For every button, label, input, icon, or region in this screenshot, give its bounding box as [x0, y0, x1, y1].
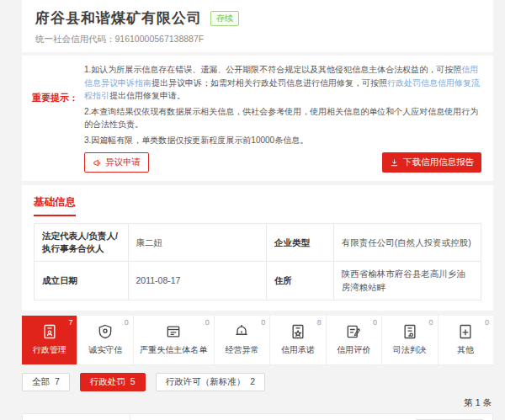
judgment-doc-icon — [401, 323, 418, 340]
field-label: 行政处罚决定书文号 — [23, 414, 130, 420]
notice-text: 1.如认为所展示信息存在错误、遗漏、公开期限不符合规定以及其他侵犯信息主体合法权… — [84, 65, 461, 74]
field-label: 企业类型 — [267, 224, 334, 262]
megaphone-icon — [93, 158, 102, 167]
field-value: 2011-08-17 — [128, 262, 267, 300]
table-row: 法定代表人/负责人/执行事务合伙人 康二妞 企业类型 有限责任公司(自然人投资或… — [35, 224, 481, 262]
subtab-all[interactable]: 全部7 — [22, 373, 70, 391]
notice-item-2: 2.本查询结果仅依现有数据展示相关信息，供社会参考使用，使用相关信息的单位和个人… — [84, 105, 481, 131]
field-value: 陕西省榆林市府谷县老高川乡油房湾粮站畔 — [333, 262, 481, 300]
field-value: 康二妞 — [128, 224, 267, 262]
field-label: 法定代表人/负责人/执行事务合伙人 — [35, 224, 129, 262]
subtab-label: 行政许可（新标准） — [166, 376, 246, 388]
integrity-shield-icon — [97, 323, 114, 340]
field-value: 有限责任公司(自然人投资或控股) — [333, 224, 481, 262]
tab-other[interactable]: 0 其他 — [439, 316, 493, 364]
tab-count-badge: 0 — [125, 318, 129, 327]
tab-count-badge: 0 — [373, 318, 377, 327]
important-notice: 重要提示： 1.如认为所展示信息存在错误、遗漏、公开期限不符合规定以及其他侵犯信… — [22, 56, 493, 181]
subtab-label: 行政处罚 — [90, 376, 125, 388]
tab-label: 严重失信主体名单 — [140, 344, 207, 356]
basic-info-section: 基础信息 法定代表人/负责人/执行事务合伙人 康二妞 企业类型 有限责任公司(自… — [22, 185, 493, 311]
appeal-button-label: 异议申请 — [105, 157, 141, 168]
subtab-count: 7 — [55, 376, 60, 388]
tab-label: 信用承诺 — [281, 344, 315, 356]
notice-text: 提出信用修复申请。 — [109, 91, 185, 100]
tab-count-badge: 0 — [261, 318, 265, 327]
tab-label: 经营异常 — [225, 344, 258, 356]
tab-count-badge: 0 — [205, 318, 210, 327]
notice-item-1: 1.如认为所展示信息存在错误、遗漏、公开期限不符合规定以及其他侵犯信息主体合法权… — [84, 63, 481, 103]
tab-judicial-judgment[interactable]: 0 司法判决 — [382, 316, 438, 364]
table-row: 行政处罚决定书文号 陕(榆林)煤安罚〔2023〕117005号 在线申请修复 — [23, 414, 492, 420]
filter-subtabs: 全部7 行政处罚5 行政许可（新标准）2 — [22, 373, 493, 391]
tab-admin-management[interactable]: 7 行政管理 — [22, 316, 77, 364]
company-header: 府谷县和谐煤矿有限公司 存续 统一社会信用代码：9161000056713888… — [22, 0, 493, 52]
subtab-label: 全部 — [32, 376, 50, 388]
notice-text: 提出异议申诉；如需对相关行政处罚信息进行信用修复，可按照 — [152, 78, 387, 88]
company-name: 府谷县和谐煤矿有限公司 — [35, 8, 202, 28]
credit-code: 统一社会信用代码：91610000567138887F — [35, 34, 480, 45]
download-report-button[interactable]: 下载信用信息报告 — [382, 152, 481, 173]
tab-honesty[interactable]: 0 诚实守信 — [77, 316, 133, 364]
download-icon — [390, 158, 399, 167]
download-button-label: 下载信用信息报告 — [403, 157, 474, 168]
penalty-detail-table: 行政处罚决定书文号 陕(榆林)煤安罚〔2023〕117005号 在线申请修复 处… — [22, 413, 493, 420]
status-badge: 存续 — [210, 11, 239, 26]
tab-count-badge: 0 — [429, 318, 433, 327]
tab-business-abnormal[interactable]: 0 经营异常 — [215, 316, 270, 364]
tab-label: 行政管理 — [33, 344, 66, 356]
tab-count-badge: 8 — [317, 318, 322, 327]
subtab-count: 2 — [250, 376, 255, 388]
appeal-button[interactable]: 异议申请 — [84, 152, 149, 173]
basic-info-table: 法定代表人/负责人/执行事务合伙人 康二妞 企业类型 有限责任公司(自然人投资或… — [34, 223, 481, 300]
table-row: 成立日期 2011-08-17 住所 陕西省榆林市府谷县老高川乡油房湾粮站畔 — [35, 262, 481, 300]
subtab-admin-license[interactable]: 行政许可（新标准）2 — [156, 373, 265, 391]
notice-item-3: 3.因篇幅有限，单类数据仅按更新程度展示前10000条信息。 — [84, 134, 481, 147]
tab-count-badge: 7 — [68, 318, 72, 327]
tab-count-badge: 0 — [485, 318, 489, 327]
basic-info-title: 基础信息 — [34, 195, 76, 216]
tab-serious-dishonesty-list[interactable]: 0 严重失信主体名单 — [134, 316, 215, 364]
subtab-admin-penalty[interactable]: 行政处罚5 — [80, 373, 146, 391]
tab-credit-evaluation[interactable]: 0 信用评价 — [327, 316, 382, 364]
blacklist-card-icon — [165, 323, 182, 340]
other-doc-icon — [457, 323, 474, 340]
tab-label: 信用评价 — [337, 344, 370, 356]
category-tabs: 7 行政管理 0 诚实守信 0 严重失信主体名单 0 经营异常 8 — [22, 316, 493, 365]
tab-label: 司法判决 — [393, 344, 427, 356]
admin-management-icon — [41, 323, 58, 340]
field-label: 住所 — [267, 262, 334, 300]
credit-profile-page: 府谷县和谐煤矿有限公司 存续 统一社会信用代码：9161000056713888… — [0, 0, 505, 420]
evaluation-pencil-icon — [345, 323, 362, 340]
notice-label: 重要提示： — [32, 63, 84, 173]
tab-label: 诚实守信 — [88, 344, 122, 356]
subtab-count: 5 — [130, 376, 136, 388]
record-counter: 第 1 条 — [22, 397, 492, 409]
alarm-icon — [233, 323, 250, 340]
commitment-doc-icon — [290, 323, 306, 340]
field-value: 陕(榆林)煤安罚〔2023〕117005号 在线申请修复 — [130, 414, 492, 420]
field-label: 成立日期 — [35, 262, 129, 300]
tab-credit-commitment[interactable]: 8 信用承诺 — [270, 316, 326, 364]
tab-label: 其他 — [457, 344, 474, 356]
